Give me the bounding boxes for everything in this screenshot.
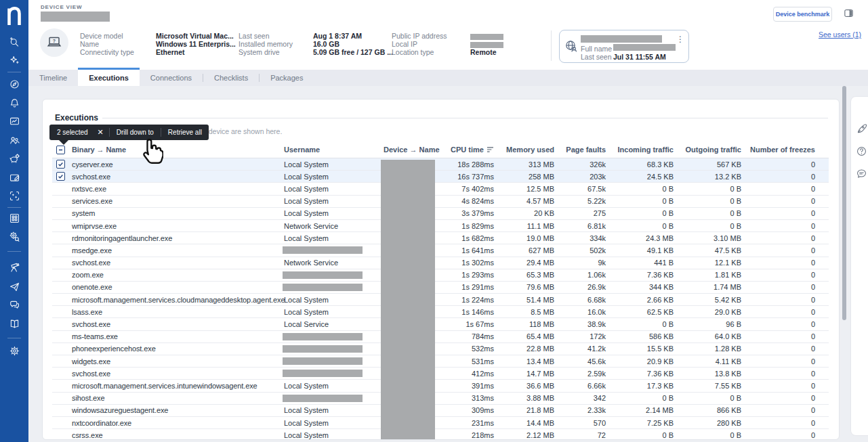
table-row[interactable]: onenote.exe1s 291ms79.6 MB26.9k344 KB1.7…	[52, 282, 829, 294]
table-row[interactable]: svchost.exeNetwork Service1s 302ms29.4 M…	[52, 257, 829, 269]
table-row[interactable]: msedge.exe1s 641ms627 MB502k49.1 KB47.5 …	[52, 244, 829, 257]
pig-gear-icon[interactable]	[0, 150, 28, 167]
tab-checklists[interactable]: Checklists	[203, 70, 259, 86]
select-all-checkbox[interactable]	[56, 146, 65, 154]
row-checkbox[interactable]	[56, 160, 65, 169]
incoming-cell: 2.14 MB	[606, 406, 674, 414]
table-row[interactable]: csrss.exeLocal System218ms2.12 MB720 B0 …	[52, 429, 829, 440]
incoming-cell: 0 B	[606, 431, 674, 439]
incoming-cell: 0 B	[606, 185, 674, 193]
tab-executions[interactable]: Executions	[78, 68, 140, 86]
outgoing-cell: 866 KB	[674, 406, 741, 414]
table-row[interactable]: wmiprvse.exeNetwork Service1s 829ms11.1 …	[52, 220, 829, 232]
table-row[interactable]: nxtsvc.exeLocal System7s 402ms12.5 MB67.…	[52, 183, 829, 195]
binary-name-cell: zoom.exe	[68, 271, 281, 279]
page_faults-cell: 5.22k	[554, 197, 606, 205]
table-row[interactable]: svchost.exe412ms14.7 MB2.59k7.36 KB13.8 …	[52, 368, 829, 380]
cpu-cell: 1s 682ms	[438, 234, 494, 242]
table-row[interactable]: ms-teams.exe784ms65.4 MB172k586 KB64.0 K…	[52, 331, 829, 343]
col-device-name[interactable]: Device → Name	[377, 146, 438, 154]
tab-packages[interactable]: Packages	[260, 70, 314, 86]
device-benchmark-button[interactable]: Device benchmark	[773, 7, 832, 22]
bell-icon[interactable]	[0, 94, 28, 112]
table-row[interactable]: services.exeLocal System4s 824ms4.57 MB5…	[52, 196, 829, 208]
incoming-cell: 7.36 KB	[606, 271, 674, 279]
table-row[interactable]: widgets.exe531ms13.4 MB45.6k20.9 KB4.11 …	[52, 355, 829, 368]
telescope-icon[interactable]	[0, 259, 28, 276]
search-gear-icon[interactable]	[0, 227, 28, 245]
scan-icon[interactable]	[0, 187, 28, 204]
memory-cell: 14.4 MB	[494, 419, 554, 427]
user-card[interactable]: Full name Last seen Jul 31 11:55 AM ⋮	[559, 30, 689, 63]
incoming-cell: 20.9 KB	[606, 357, 674, 366]
chat-bubbles-icon[interactable]	[0, 296, 28, 313]
memory-cell: 19.0 MB	[494, 234, 554, 242]
table-row[interactable]: lsass.exeLocal System1s 146ms8.5 MB16.0k…	[52, 306, 829, 318]
sparkles-icon[interactable]	[0, 51, 28, 69]
freezes-cell: 0	[741, 173, 815, 181]
retrieve-all-button[interactable]: Retrieve all	[161, 129, 209, 136]
col-page-faults[interactable]: Page faults	[554, 146, 606, 154]
tab-connections[interactable]: Connections	[140, 70, 203, 86]
apps-grid-icon[interactable]	[0, 209, 28, 227]
table-row[interactable]: nxtcoordinator.exeLocal System231ms14.4 …	[52, 417, 829, 429]
username-cell: Network Service	[281, 222, 377, 230]
table-row[interactable]: zoom.exe1s 293ms65.3 MB1.06k7.36 KB1.81 …	[52, 269, 829, 282]
incoming-cell: 586 KB	[606, 332, 674, 340]
incoming-cell: 2.66 KB	[606, 296, 674, 304]
nexthink-logo[interactable]	[7, 6, 21, 25]
freezes-cell: 0	[741, 222, 815, 230]
table-row[interactable]: systemLocal System3s 379ms20 KB2750 B0 B…	[52, 208, 829, 220]
table-row[interactable]: cyserver.exeLocal System18s 288ms313 MB3…	[52, 158, 829, 171]
table-row[interactable]: microsoft.management.services.cloudmanag…	[52, 294, 829, 306]
memory-cell: 3.88 MB	[494, 394, 554, 402]
vertical-scrollbar[interactable]	[842, 86, 846, 320]
see-users-link[interactable]: See users (1)	[819, 30, 861, 39]
table-row[interactable]: phoneexperiencehost.exe532ms22.8 MB41.2k…	[52, 343, 829, 355]
investigate-icon[interactable]	[0, 33, 28, 51]
cpu-cell: 412ms	[438, 370, 494, 378]
username-cell: Local System	[281, 197, 377, 205]
page_faults-cell: 6.68k	[554, 296, 606, 304]
col-outgoing-traffic[interactable]: Outgoing traffic	[674, 146, 741, 154]
table-row[interactable]: microsoft.management.services.intunewind…	[52, 380, 829, 392]
table-row[interactable]: svchost.exeLocal Service1s 67ms118 MB38.…	[52, 318, 829, 330]
col-memory-used[interactable]: Memory used	[494, 146, 554, 154]
compass-icon[interactable]	[0, 75, 28, 93]
binary-name-cell: microsoft.management.services.cloudmanag…	[68, 296, 281, 304]
incoming-cell: 17.3 KB	[606, 382, 674, 390]
freezes-cell: 0	[741, 234, 815, 242]
kebab-menu-icon[interactable]: ⋮	[676, 35, 684, 43]
paper-plane-icon[interactable]	[0, 278, 28, 295]
memory-cell: 36.6 MB	[494, 382, 554, 390]
cpu-cell: 784ms	[438, 332, 494, 340]
clear-selection-icon[interactable]: ✕	[96, 128, 109, 137]
col-number-of-freezes[interactable]: Number of freezes	[741, 146, 815, 154]
table-row[interactable]: svchost.exeLocal System16s 737ms258 MB20…	[52, 171, 829, 183]
username-cell: Local System	[281, 406, 377, 414]
book-icon[interactable]	[0, 315, 28, 332]
field-value: Aug 1 8:37 AM	[313, 32, 362, 40]
table-row[interactable]: windowsazureguestagent.exeLocal System30…	[52, 405, 829, 417]
row-checkbox[interactable]	[56, 172, 65, 181]
incoming-cell: 0 B	[606, 209, 674, 217]
people-icon[interactable]	[0, 131, 28, 149]
drill-down-button[interactable]: Drill down to	[110, 129, 161, 136]
memory-cell: 8.5 MB	[494, 308, 554, 316]
tablet-pen-icon[interactable]	[0, 169, 28, 186]
gear-icon[interactable]	[0, 342, 28, 359]
panel-toggle-icon[interactable]	[842, 7, 855, 20]
feedback-icon[interactable]	[856, 168, 867, 179]
col-incoming-traffic[interactable]: Incoming traffic	[606, 146, 674, 154]
rocket-icon[interactable]	[856, 123, 867, 135]
card-description: e device are shown here.	[203, 127, 282, 135]
table-row[interactable]: rdmonitoringagentlauncher.exeLocal Syste…	[52, 232, 829, 244]
monitor-chart-icon[interactable]	[0, 112, 28, 130]
col-username[interactable]: Username	[281, 146, 377, 154]
help-icon[interactable]	[856, 146, 867, 157]
tab-timeline[interactable]: Timeline	[28, 70, 78, 86]
col-cpu-time[interactable]: CPU time	[438, 146, 494, 154]
table-row[interactable]: sihost.exe313ms3.88 MB3420 B0 B0	[52, 393, 829, 405]
main-content: Executions e device are shown here. Bina…	[28, 86, 868, 442]
col-binary-name[interactable]: Binary → Name	[68, 146, 281, 154]
